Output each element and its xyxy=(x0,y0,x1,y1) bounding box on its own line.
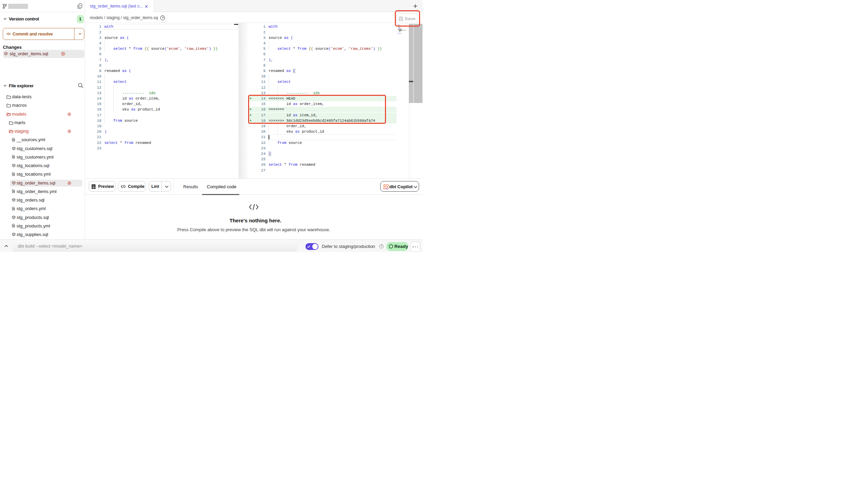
svg-text:?: ? xyxy=(381,244,382,248)
